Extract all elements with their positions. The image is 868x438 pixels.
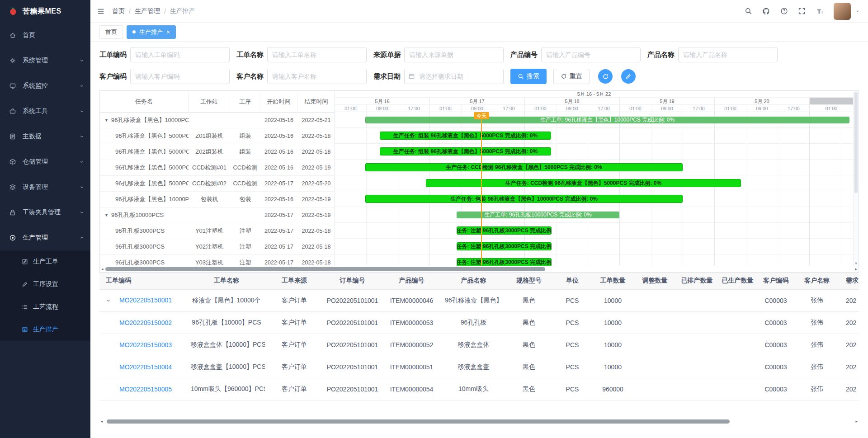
refresh-circle-button[interactable] (598, 69, 613, 84)
gantt-bar[interactable]: 生产任务: 组装 96孔移液盒【黑色】5000PCS 完成比例: 0% (380, 147, 551, 155)
breadcrumb-item[interactable]: 首页 (112, 7, 125, 15)
scroll-left-icon[interactable]: ◂ (101, 419, 103, 424)
chevron-down-icon (80, 160, 84, 164)
gantt-col-start: 开始时间 (260, 91, 297, 112)
gantt-task-row[interactable]: ▼96孔移液盒【黑色】10000PCS 2022-05-162022-05-21 (100, 113, 335, 128)
scroll-down-icon[interactable]: ▾ (854, 261, 859, 265)
work-order-code-input[interactable] (130, 47, 230, 62)
table-row[interactable]: MO202205150002 96孔孔板【10000】PCS客户订单PO2022… (99, 311, 859, 334)
tab-label: 首页 (105, 28, 117, 36)
gantt-task-row[interactable]: 96孔移液盒【黑色】5000PCS CCD检测#01CCD检测 2022-05-… (100, 160, 335, 176)
gantt-day-header: 5月 17 (430, 98, 525, 104)
tab-scheduling[interactable]: 生产排产 × (127, 25, 176, 39)
gantt-bar[interactable]: 生产任务: 包装 96孔移液盒【黑色】10000PCS 完成比例: 0% (365, 195, 683, 203)
tab-home[interactable]: 首页 (99, 25, 123, 39)
gantt-day-scale: 5月 16 5月 17 5月 18 5月 19 5月 20 (335, 98, 853, 105)
sidebar-item-system-mgmt[interactable]: 系统管理 (0, 48, 90, 73)
product-code-input[interactable] (541, 47, 641, 62)
gantt-task-row[interactable]: 96孔移液盒【黑色】10000PCS 包装机包装 2022-05-162022-… (100, 192, 335, 207)
github-icon[interactable] (762, 7, 770, 15)
scroll-right-icon[interactable]: ▸ (855, 267, 857, 271)
chevron-down-icon (80, 58, 84, 63)
customer-name-input[interactable] (267, 69, 367, 84)
production-icon (9, 234, 17, 241)
sidebar-item-home[interactable]: 首页 (0, 23, 90, 48)
table-horizontal-scrollbar[interactable]: ◂ ▸ (99, 419, 859, 424)
table-row[interactable]: MO202205150005 10mm吸头【960000】PCS客户订单PO20… (99, 378, 859, 400)
gantt-bar[interactable]: 生产任务: 注塑 96孔孔板3000PCS 完成比例: 0% (457, 258, 552, 266)
filter-product-name: 产品名称 (647, 47, 778, 62)
tab-close-icon[interactable]: × (166, 29, 170, 35)
gantt-task-row[interactable]: 96孔移液盒【黑色】5000PCS Z02组装机组装 2022-05-16202… (100, 144, 335, 160)
fullscreen-icon[interactable] (798, 7, 806, 15)
work-order-link[interactable]: MO202205150002 (119, 319, 172, 326)
sidebar-item-label: 仓储管理 (23, 158, 80, 166)
work-order-link[interactable]: MO202205150001 (119, 297, 172, 304)
work-order-link[interactable]: MO202205150004 (119, 363, 172, 371)
gantt-task-row[interactable]: 96孔移液盒【黑色】5000PCS CCD检测#02CCD检测 2022-05-… (100, 176, 335, 192)
gantt-task-row[interactable]: 96孔孔板3000PCS Y01注塑机注塑 2022-05-172022-05-… (100, 223, 335, 239)
sidebar-item-equipment[interactable]: 设备管理 (0, 174, 90, 200)
demand-date-input[interactable] (404, 69, 504, 84)
sidebar-subitem-scheduling[interactable]: 生产排产 (0, 318, 90, 341)
gantt-bar[interactable]: 生产任务: 注塑 96孔孔板3000PCS 完成比例: 0% (457, 242, 552, 250)
row-expand-icon[interactable] (106, 297, 119, 304)
filter-work-order-code: 工单编码 (99, 47, 230, 62)
scroll-left-icon[interactable]: ◂ (101, 267, 104, 271)
sidebar-item-system-tools[interactable]: 系统工具 (0, 99, 90, 124)
col-demand-date: 需求日期 (840, 273, 859, 289)
sidebar-item-warehouse[interactable]: 仓储管理 (0, 149, 90, 174)
avatar[interactable] (834, 3, 851, 20)
app-title: 苦糖果MES (23, 7, 61, 16)
sidebar-item-production[interactable]: 生产管理 (0, 225, 90, 250)
gantt-bar[interactable]: 生产任务: 组装 96孔移液盒【黑色】5000PCS 完成比例: 0% (380, 132, 551, 140)
sidebar-item-fixture[interactable]: 工装夹具管理 (0, 200, 90, 225)
horizontal-scroll-thumb[interactable] (107, 419, 730, 424)
refresh-icon (561, 73, 567, 80)
work-order-name-input[interactable] (267, 47, 367, 62)
sidebar-subitem-process-flow[interactable]: 工艺流程 (0, 296, 90, 318)
product-name-input[interactable] (678, 47, 778, 62)
hamburger-icon[interactable] (97, 7, 105, 15)
gantt-bar[interactable]: 生产任务: CCD检测 96孔移液盒【黑色】5000PCS 完成比例: 0% (365, 163, 683, 171)
sidebar-subitem-work-order[interactable]: 生产工单 (0, 250, 90, 273)
search-button[interactable]: 搜索 (510, 69, 547, 84)
font-size-icon[interactable]: TT (816, 7, 824, 15)
gear-icon (9, 57, 17, 64)
gantt-bar[interactable]: 生产任务: CCD检测 96孔移液盒【黑色】5000PCS 完成比例: 0% (426, 179, 741, 187)
table-row[interactable]: MO202205150001 移液盒【黑色】10000个客户订单PO202205… (99, 289, 859, 311)
work-order-link[interactable]: MO202205150003 (119, 341, 172, 349)
collapse-icon[interactable]: ▼ (104, 213, 108, 217)
col-spec: 规格型号 (505, 273, 553, 289)
horizontal-scroll-thumb[interactable] (105, 267, 545, 271)
scroll-right-icon[interactable]: ▸ (855, 419, 858, 424)
edit-circle-button[interactable] (621, 69, 636, 84)
logo[interactable]: 苦糖果MES (0, 0, 90, 23)
help-icon[interactable] (780, 7, 788, 15)
sidebar-item-system-monitor[interactable]: 系统监控 (0, 73, 90, 99)
customer-code-input[interactable] (130, 69, 230, 84)
collapse-icon[interactable]: ▼ (104, 118, 108, 122)
search-icon[interactable] (745, 7, 752, 15)
source-doc-input[interactable] (404, 47, 504, 62)
filter-row-2: 客户编码 客户名称 需求日期 搜索 (99, 69, 859, 84)
gantt-task-row[interactable]: 96孔移液盒【黑色】5000PCS Z01组装机组装 2022-05-16202… (100, 128, 335, 144)
gantt-task-row[interactable]: 96孔孔板3000PCS Y03注塑机注塑 2022-05-172022-05-… (100, 255, 335, 266)
gantt-task-row[interactable]: ▼96孔孔板10000PCS 2022-05-172022-05-19 (100, 207, 335, 223)
sidebar-subitem-process-settings[interactable]: 工序设置 (0, 273, 90, 296)
page-content: 工单编码 工单名称 来源单据 产品编号 产品名称 (90, 42, 868, 438)
sidebar-item-master-data[interactable]: 主数据 (0, 124, 90, 149)
gantt-bar[interactable]: 生产工单: 96孔移液盒【黑色】10000PCS 完成比例: 0% (365, 117, 849, 123)
breadcrumb-item[interactable]: 生产管理 (135, 7, 160, 15)
reset-button[interactable]: 重置 (553, 69, 590, 84)
gantt-task-row[interactable]: 96孔孔板3000PCS Y02注塑机注塑 2022-05-172022-05-… (100, 239, 335, 255)
table-row[interactable]: MO202205150003 移液盒盒体【10000】PCS客户订单PO2022… (99, 334, 859, 356)
work-order-link[interactable]: MO202205150005 (119, 386, 172, 393)
gantt-horizontal-scrollbar[interactable]: ◂ ▸ (100, 266, 859, 272)
caret-down-icon[interactable] (855, 9, 860, 14)
table-row[interactable]: MO202205150004 移液盒盒盖【10000】PCS客户订单PO2022… (99, 356, 859, 378)
field-label: 工单名称 (236, 51, 264, 59)
gantt-vertical-scrollbar[interactable]: ▴ ▾ (853, 91, 859, 266)
gantt-bar[interactable]: 生产任务: 注塑 96孔孔板3000PCS 完成比例: 0% (457, 226, 552, 235)
vertical-scroll-thumb[interactable] (854, 92, 858, 193)
